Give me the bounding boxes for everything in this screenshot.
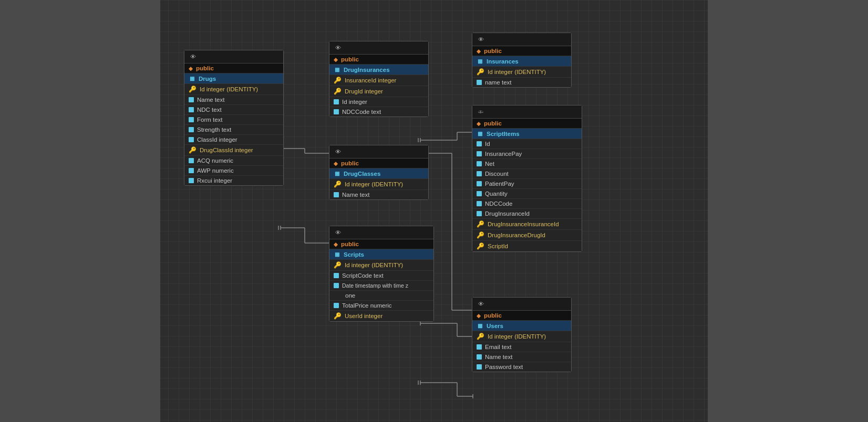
di-key1-icon: 🔑 bbox=[334, 77, 342, 84]
drugs-table-name: ▦ Drugs bbox=[184, 73, 283, 84]
si-discount-icon bbox=[477, 171, 482, 176]
users-table[interactable]: 👁 ◆ public ▦ Users 🔑 Id integer (IDENTIT… bbox=[472, 297, 572, 372]
druginsurances-table[interactable]: 👁 ◆ public ▦ DrugInsurances 🔑 InsuranceI… bbox=[329, 41, 429, 117]
drugs-acq-icon bbox=[189, 158, 194, 163]
drugs-schema: ◆ public bbox=[184, 64, 283, 73]
ins-id-row: 🔑 Id integer (IDENTITY) bbox=[472, 67, 571, 78]
users-schema: ◆ public bbox=[472, 311, 571, 321]
drugs-table-header: 👁 bbox=[184, 50, 283, 64]
ins-table-icon: ▦ bbox=[477, 58, 483, 65]
users-id-row: 🔑 Id integer (IDENTITY) bbox=[472, 331, 571, 342]
drugclasses-eye-icon[interactable]: 👁 bbox=[334, 147, 342, 156]
drugs-form-icon bbox=[189, 117, 194, 122]
drugs-acq-row: ACQ numeric bbox=[184, 156, 283, 166]
di-id-icon bbox=[334, 99, 339, 104]
scriptitems-title: ▦ ScriptItems bbox=[472, 129, 582, 139]
scripts-title: ▦ Scripts bbox=[329, 249, 433, 260]
di-id-row: Id integer bbox=[329, 97, 428, 107]
di-drugid-row: 🔑 DrugId integer bbox=[329, 86, 428, 97]
drugs-fk-icon: 🔑 bbox=[189, 146, 197, 154]
scripts-schema: ◆ public bbox=[329, 239, 433, 249]
scripts-date-row: Date timestamp with time z bbox=[329, 281, 433, 291]
si-id-icon bbox=[477, 141, 482, 146]
di-key2-icon: 🔑 bbox=[334, 88, 342, 95]
scriptitems-table[interactable]: 👁 ◆ public ▦ ScriptItems Id InsurancePay… bbox=[472, 105, 582, 252]
scripts-date-cont: one bbox=[329, 291, 433, 301]
drugs-name-icon bbox=[189, 97, 194, 102]
si-fk1-icon: 🔑 bbox=[477, 220, 484, 228]
drugclasses-title: ▦ DrugClasses bbox=[329, 168, 428, 179]
scripts-eye-icon[interactable]: 👁 bbox=[334, 228, 342, 237]
drugs-strength-icon bbox=[189, 127, 194, 132]
dc-name-icon bbox=[334, 192, 339, 197]
si-net-icon bbox=[477, 161, 482, 166]
scripts-price-icon bbox=[334, 303, 339, 308]
scriptitems-eye-icon[interactable]: 👁 bbox=[477, 108, 485, 116]
di-ndccode-row: NDCCode text bbox=[329, 107, 428, 117]
di-insuranceid-row: 🔑 InsuranceId integer bbox=[329, 75, 428, 86]
dc-id-row: 🔑 Id integer (IDENTITY) bbox=[329, 179, 428, 190]
users-password-row: Password text bbox=[472, 362, 571, 372]
dc-key-icon: 🔑 bbox=[334, 181, 342, 188]
druginsurances-header: 👁 bbox=[329, 41, 428, 55]
drugs-pk-row: 🔑 Id integer (IDENTITY) bbox=[184, 84, 283, 95]
scripts-table-icon: ▦ bbox=[334, 251, 340, 258]
insurances-schema: ◆ public bbox=[472, 46, 571, 56]
ins-diamond: ◆ bbox=[477, 48, 481, 54]
drugs-diamond-icon: ◆ bbox=[189, 66, 193, 71]
si-discount-row: Discount bbox=[472, 169, 582, 179]
users-title: ▦ Users bbox=[472, 321, 571, 331]
drugclasses-header: 👁 bbox=[329, 145, 428, 159]
ins-name-icon bbox=[477, 80, 482, 85]
drugs-ndc-row: NDC text bbox=[184, 105, 283, 115]
drugs-classid-icon bbox=[189, 137, 194, 142]
scripts-id-row: 🔑 Id integer (IDENTITY) bbox=[329, 260, 433, 271]
drugs-key-icon: 🔑 bbox=[189, 86, 197, 93]
side-panel-left bbox=[0, 0, 160, 422]
si-insupay-row: InsurancePay bbox=[472, 149, 582, 159]
si-insupay-icon bbox=[477, 151, 482, 156]
users-name-icon bbox=[477, 354, 482, 360]
users-eye-icon[interactable]: 👁 bbox=[477, 300, 485, 308]
dc-name-row: Name text bbox=[329, 190, 428, 199]
users-email-icon bbox=[477, 344, 482, 350]
di-table-icon: ▦ bbox=[334, 66, 340, 73]
scripts-code-icon bbox=[334, 273, 339, 278]
si-druginsurid-icon bbox=[477, 211, 482, 216]
scripts-code-row: ScriptCode text bbox=[329, 271, 433, 281]
scripts-date-icon bbox=[334, 283, 339, 288]
drugs-classid-row: ClassId integer bbox=[184, 135, 283, 145]
si-fk3-icon: 🔑 bbox=[477, 242, 484, 250]
scripts-table[interactable]: 👁 ◆ public ▦ Scripts 🔑 Id integer (IDENT… bbox=[329, 226, 434, 322]
drugs-table-icon: ▦ bbox=[189, 75, 195, 82]
si-net-row: Net bbox=[472, 159, 582, 169]
si-diamond: ◆ bbox=[477, 121, 481, 126]
druginsurances-eye-icon[interactable]: 👁 bbox=[334, 44, 342, 52]
drugs-rxcui-row: Rxcui integer bbox=[184, 176, 283, 185]
drugs-table[interactable]: 👁 ◆ public ▦ Drugs 🔑 Id integer (IDENTIT… bbox=[184, 50, 284, 186]
users-email-row: Email text bbox=[472, 342, 571, 352]
drugs-drugclassid-row: 🔑 DrugClassId integer bbox=[184, 145, 283, 156]
si-id-row: Id bbox=[472, 139, 582, 149]
si-qty-row: Quantity bbox=[472, 189, 582, 199]
drugs-form-row: Form text bbox=[184, 115, 283, 125]
users-diamond: ◆ bbox=[477, 313, 481, 319]
scripts-price-row: TotalPrice numeric bbox=[329, 301, 433, 311]
ins-key-icon: 🔑 bbox=[477, 68, 484, 76]
drugs-eye-icon[interactable]: 👁 bbox=[189, 52, 197, 61]
drugs-awp-row: AWP numeric bbox=[184, 166, 283, 176]
di-diamond: ◆ bbox=[334, 57, 338, 62]
druginsurances-title: ▦ DrugInsurances bbox=[329, 65, 428, 75]
drugs-rxcui-icon bbox=[189, 178, 194, 183]
si-didrug-row: 🔑 DrugInsuranceDrugId bbox=[472, 230, 582, 241]
si-qty-icon bbox=[477, 191, 482, 196]
drugclasses-table[interactable]: 👁 ◆ public ▦ DrugClasses 🔑 Id integer (I… bbox=[329, 145, 429, 200]
users-table-icon: ▦ bbox=[477, 322, 483, 329]
dc-table-icon: ▦ bbox=[334, 170, 340, 177]
si-druginsurid-row: DrugInsuranceId bbox=[472, 209, 582, 219]
druginsurances-schema: ◆ public bbox=[329, 55, 428, 65]
insurances-table[interactable]: 👁 ◆ public ▦ Insurances 🔑 Id integer (ID… bbox=[472, 33, 572, 88]
si-table-icon: ▦ bbox=[477, 130, 483, 137]
insurances-eye-icon[interactable]: 👁 bbox=[477, 35, 485, 44]
drugs-awp-icon bbox=[189, 168, 194, 173]
